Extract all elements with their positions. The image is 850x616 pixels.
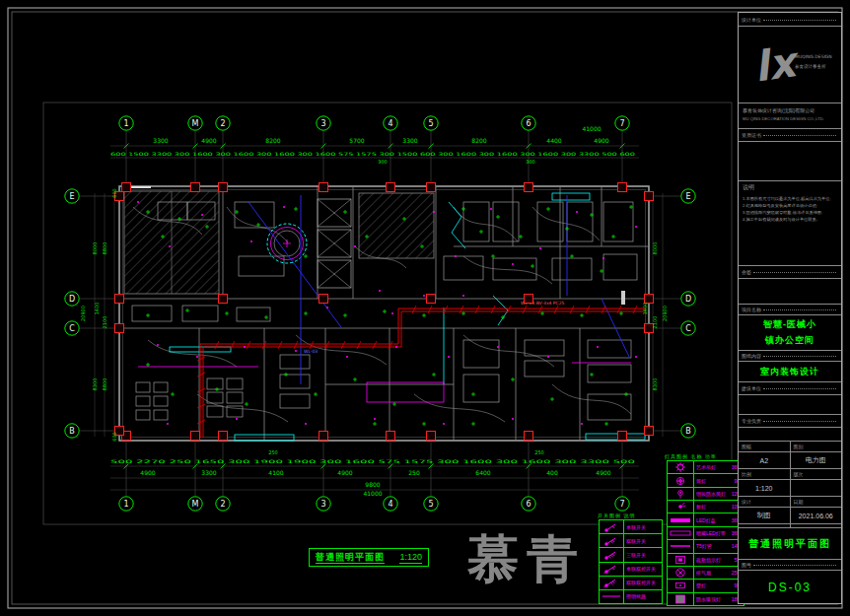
legend-row: 明装防水筒灯12W [668,487,744,500]
drawing-no-row: 图号 [739,560,841,571]
sheet-info-cell: A2 [739,452,790,468]
svg-text:8800: 8800 [102,242,107,255]
svg-text:8200: 8200 [471,137,486,144]
drawing-no-box: DS-03 [739,571,841,603]
chandelier-icon [668,461,694,473]
plan-title-box: 普通照明平面图 1:120 [309,548,429,567]
svg-text:500 2270 250 1650 300 1900 190: 500 2270 250 1650 300 1900 1900 300 1600… [110,459,635,464]
legend-label: 明装防水筒灯12W [694,488,744,500]
exhaust-fan-icon [668,567,694,579]
svg-text:3: 3 [320,119,325,128]
svg-text:8000: 8000 [92,242,98,255]
switch-1-2way-icon [600,563,624,576]
watermark: 慕青 [467,525,586,594]
svg-text:C: C [685,324,691,333]
legend-row: 双联双控开关 [600,576,662,589]
svg-text:4400: 4400 [546,137,561,144]
svg-text:41000: 41000 [582,125,601,132]
svg-text:E: E [69,192,74,201]
legend-row: 双联开关 [600,533,662,547]
svg-text:4900: 4900 [596,469,610,476]
logo-box: lx MUQING DESIGN 慕青设计事务所 [739,27,841,103]
countersign-label: 会签 [742,269,751,275]
content-label: 图纸内容 [742,353,761,359]
project-name-line2: 镇办公空间 [739,334,841,347]
wp-downlight-icon [668,488,694,500]
svg-text:6400: 6400 [475,469,490,476]
svg-text:600 1500 3300 300 1600 300 160: 600 1500 3300 300 1600 300 1600 300 1600… [110,152,635,157]
switch-1-icon [600,520,624,533]
sheet-info-row: 1:120 [739,480,841,497]
svg-text:5: 5 [428,500,433,509]
svg-text:2100: 2100 [652,316,658,329]
blank-box-4 [739,428,841,442]
cert-label: 资质证书 [742,132,761,138]
svg-text:300: 300 [526,159,535,165]
svg-text:4: 4 [388,500,392,509]
legend-label: 双联双控开关 [624,577,662,589]
svg-text:4900: 4900 [337,469,352,476]
legend-label: 艺术吊灯36W [694,461,744,473]
svg-text:B: B [685,427,691,436]
notes-label: 说明 [743,183,837,192]
strip-light-icon [668,540,694,552]
legend-row: 筒灯9W [668,473,744,486]
svg-text:2: 2 [220,500,225,509]
led-panel-icon [668,513,694,525]
svg-text:1: 1 [123,119,128,128]
sheet-info-row: 图幅图别 [739,442,841,452]
design-unit-row: 设计单位 [739,13,841,27]
legend-label: 排气扇25W [694,567,744,579]
legend-label: 暗藏LED灯带36W [694,527,744,539]
feeder-tick-marks [197,306,637,424]
legend-row: 单联开关 [600,520,662,533]
sheet-info-cell: 电力图 [790,452,842,468]
svg-text:400: 400 [546,469,558,476]
company-name-cn: 慕青装饰设计咨询(沈阳)有限公司 [739,107,841,113]
plan-title: 普通照明平面图 [316,552,385,564]
svg-text:4900: 4900 [594,137,608,144]
svg-text:250: 250 [534,449,544,455]
svg-text:7: 7 [619,500,624,509]
client-row: 建设单位 [739,382,841,395]
svg-text:20900: 20900 [662,306,668,321]
project-name-label: 项目名称 [742,307,761,312]
exit-sign-icon [668,554,694,566]
svg-text:8300: 8300 [92,378,98,391]
sheet-info-row: 比例版次 [739,469,841,480]
svg-text:6: 6 [526,500,531,509]
legend-label: LED灯盘36W [694,513,744,525]
svg-text:D: D [69,295,75,304]
title-block: 设计单位 lx MUQING DESIGN 慕青设计事务所 慕青装饰设计咨询(沈… [738,12,842,604]
drawing-name-box: 普通照明平面图 [739,528,841,560]
blue-circuit-lines [248,195,629,384]
design-unit-label: 设计单位 [742,17,761,23]
switch-legend-caption: 开关图例 说明 [598,513,635,518]
blank-box-1 [739,142,841,181]
wire-icon [600,590,624,603]
blank-box-2 [739,279,841,305]
drawing-sheet: WL-04 BV-3x4 PC25 WL-03 11MM223344556677… [0,0,850,616]
sheet-info-grid: 图幅图别A2电力图比例版次1:120设计日期制图2021.06.06备注 [739,442,841,528]
legend-label: 壁灯9W [694,580,744,591]
cove-light-icon [668,527,694,539]
fixture-legend-table: 艺术吊灯36W筒灯9W明装防水筒灯12W射灯10WLED灯盘36W暗藏LED灯带… [667,460,744,606]
legend-label: 防水吸顶灯18W [694,593,744,605]
switch-2-icon [600,534,624,547]
fixture-legend-caption: 灯具图例 名称 功率 [665,453,717,459]
svg-text:5: 5 [428,119,433,128]
charge-label: 专业负责 [742,418,761,424]
legend-label: 单联开关 [624,520,662,533]
svg-text:MUQING DESIGN: MUQING DESIGN [795,54,832,59]
legend-label: 照明线路 [624,590,662,603]
legend-row: 防水吸顶灯18W [668,592,744,605]
svg-text:E: E [685,192,690,201]
svg-text:2: 2 [220,119,225,128]
legend-row: T5灯管14W [668,539,744,552]
content-value: 室内装饰设计 [760,366,819,378]
legend-row: 暗藏LED灯带36W [668,526,744,539]
svg-text:600: 600 [111,432,117,442]
legend-row: 壁灯9W [668,579,744,591]
sheet-info-cell: 图别 [790,442,842,451]
svg-text:6: 6 [526,119,531,128]
